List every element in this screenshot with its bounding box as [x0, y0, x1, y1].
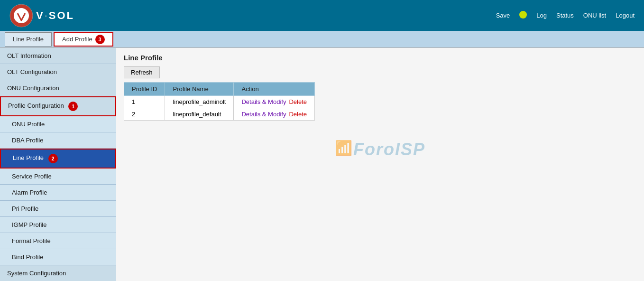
watermark-wifi-icon: 📶	[335, 140, 352, 159]
add-profile-badge: 3	[95, 35, 105, 44]
tab-add-profile[interactable]: Add Profile 3	[54, 32, 113, 47]
sidebar-item-service-profile[interactable]: Service Profile	[0, 169, 116, 185]
table-row: 2lineprofile_defaultDetails & ModifyDele…	[124, 108, 315, 121]
status-indicator	[519, 11, 527, 20]
save-label: Save	[496, 12, 510, 19]
tab-bar: Line Profile Add Profile 3	[0, 31, 644, 48]
vsol-logo-icon	[9, 4, 33, 28]
main-layout: OLT Information OLT Configuration ONU Co…	[0, 48, 644, 281]
sidebar-item-onu-configuration[interactable]: ONU Configuration	[0, 80, 116, 96]
cell-profile-name: lineprofile_default	[165, 108, 234, 121]
content-area: Line Profile Refresh Profile ID Profile …	[116, 48, 644, 281]
delete-link[interactable]: Delete	[289, 111, 307, 118]
details-modify-link[interactable]: Details & Modify	[241, 111, 286, 118]
col-profile-id: Profile ID	[124, 83, 165, 96]
col-profile-name: Profile Name	[165, 83, 234, 96]
sidebar-item-onu-profile[interactable]: ONU Profile	[0, 116, 116, 132]
logo-text: V·SOL	[36, 9, 74, 22]
cell-profile-id: 2	[124, 108, 165, 121]
sidebar-item-dba-profile[interactable]: DBA Profile	[0, 132, 116, 149]
line-profile-badge: 2	[48, 154, 58, 163]
delete-link[interactable]: Delete	[289, 98, 307, 105]
sidebar-item-format-profile[interactable]: Format Profile	[0, 233, 116, 249]
cell-profile-id: 1	[124, 96, 165, 108]
col-action: Action	[234, 83, 315, 96]
status-link[interactable]: Status	[556, 12, 574, 19]
sidebar-item-line-profile[interactable]: Line Profile 2	[0, 149, 116, 169]
sidebar-item-pri-profile[interactable]: Pri Profile	[0, 201, 116, 217]
refresh-button[interactable]: Refresh	[124, 66, 160, 78]
table-row: 1lineprofile_adminoltDetails & ModifyDel…	[124, 96, 315, 108]
onu-list-link[interactable]: ONU list	[583, 12, 606, 19]
logout-link[interactable]: Logout	[616, 12, 635, 19]
sidebar: OLT Information OLT Configuration ONU Co…	[0, 48, 116, 281]
cell-profile-name: lineprofile_adminolt	[165, 96, 234, 108]
sidebar-item-alarm-profile[interactable]: Alarm Profile	[0, 185, 116, 201]
sidebar-item-olt-configuration[interactable]: OLT Configuration	[0, 64, 116, 80]
profile-config-badge: 1	[68, 102, 78, 111]
logo-area: V·SOL	[9, 4, 74, 28]
sidebar-item-igmp-profile[interactable]: IGMP Profile	[0, 217, 116, 233]
cell-action: Details & ModifyDelete	[234, 96, 315, 108]
header: V·SOL Save Log Status ONU list Logout	[0, 0, 644, 31]
details-modify-link[interactable]: Details & Modify	[241, 98, 286, 105]
watermark-text: ForoISP	[353, 140, 425, 159]
sidebar-item-bind-profile[interactable]: Bind Profile	[0, 249, 116, 265]
sidebar-item-olt-information[interactable]: OLT Information	[0, 48, 116, 64]
watermark-area: 📶 ForoISP	[124, 140, 636, 159]
page-title: Line Profile	[124, 54, 636, 62]
sidebar-item-profile-configuration[interactable]: Profile Configuration 1	[0, 96, 116, 116]
sidebar-item-system-configuration[interactable]: System Configuration	[0, 265, 116, 281]
line-profile-table: Profile ID Profile Name Action 1lineprof…	[124, 82, 315, 121]
log-link[interactable]: Log	[536, 12, 547, 19]
tab-line-profile[interactable]: Line Profile	[5, 32, 52, 47]
header-right: Save Log Status ONU list Logout	[496, 11, 635, 20]
cell-action: Details & ModifyDelete	[234, 108, 315, 121]
status-dot-icon	[519, 11, 527, 19]
